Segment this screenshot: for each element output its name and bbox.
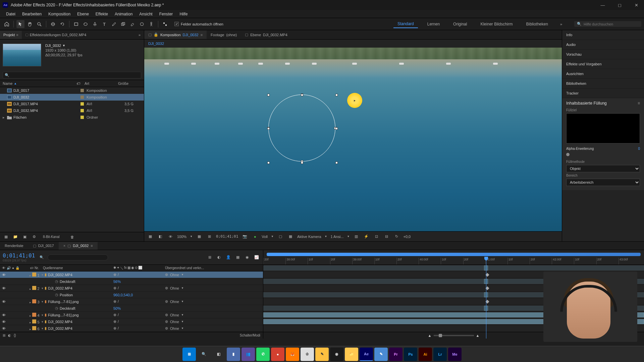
stopwatch-icon[interactable]: ◷ bbox=[55, 306, 58, 310]
taskbar-search[interactable]: 🔍 bbox=[197, 348, 211, 361]
footage-tab[interactable]: Footage (ohne) bbox=[207, 31, 241, 39]
zoom-out-icon[interactable]: ▲ bbox=[428, 334, 432, 338]
new-comp-button[interactable]: ▣ bbox=[21, 234, 28, 240]
taskbar-app4[interactable]: ✎ bbox=[315, 348, 329, 361]
panel-vorschau[interactable]: Vorschau bbox=[562, 50, 644, 59]
layer-bar-row[interactable] bbox=[263, 265, 644, 272]
alpha-icon[interactable]: ◧ bbox=[157, 233, 164, 240]
layer-row[interactable]: 👁 ▸ 1 ▾ ▮ DJI_0032.MP4 ⊕ / ⊚ Ohne ▼ bbox=[0, 272, 263, 278]
caf-range-select[interactable]: Arbeitsbereich bbox=[566, 179, 640, 186]
lock-icon[interactable]: 🔒 bbox=[154, 33, 158, 37]
workspace-standard[interactable]: Standard bbox=[393, 20, 418, 28]
new-folder-button[interactable]: 📁 bbox=[12, 234, 19, 240]
parent-select[interactable]: Ohne bbox=[170, 300, 179, 304]
expand-toggle[interactable]: ▸ bbox=[30, 327, 31, 331]
switches-modes-toggle[interactable]: Schalter/Modi bbox=[240, 334, 260, 337]
workspace-bibliotheken[interactable]: Bibliotheken bbox=[522, 20, 552, 28]
minimize-button[interactable]: — bbox=[598, 3, 608, 8]
menu-hilfe[interactable]: Hilfe bbox=[176, 11, 191, 17]
project-thumbnail[interactable] bbox=[3, 44, 41, 66]
taskbar-notes[interactable]: ✎ bbox=[374, 348, 388, 361]
taskbar-taskview[interactable]: ◧ bbox=[212, 348, 225, 361]
shy-button[interactable]: 👤 bbox=[225, 254, 232, 261]
expand-toggle[interactable]: ▸ bbox=[30, 274, 31, 277]
resolution-select[interactable]: Voll bbox=[262, 235, 268, 239]
draft3d-button[interactable]: ◐ bbox=[215, 254, 223, 261]
parent-select[interactable]: Ohne bbox=[170, 320, 179, 324]
taskbar-ae[interactable]: Ae bbox=[360, 348, 373, 361]
panel-effekte[interactable]: Effekte und Vorgaben bbox=[562, 59, 644, 69]
mask-shape[interactable] bbox=[268, 95, 335, 162]
panel-overflow[interactable]: » bbox=[135, 31, 144, 39]
tl-tab-dji0032[interactable]: × ▢ DJI_0032 ≡ bbox=[59, 242, 98, 250]
pixel-aspect-icon[interactable]: ▥ bbox=[353, 233, 360, 240]
property-row[interactable]: ◷ Deckkraft 50% bbox=[0, 305, 263, 312]
exposure-reset-icon[interactable]: ↻ bbox=[393, 233, 400, 240]
tl-tab-dji0017[interactable]: ▢ DJI_0017 bbox=[28, 242, 59, 250]
ellipse-tool[interactable] bbox=[82, 20, 90, 28]
trash-button[interactable]: 🗑 bbox=[69, 234, 75, 240]
pen-tool[interactable] bbox=[91, 20, 99, 28]
panel-ausrichten[interactable]: Ausrichten bbox=[562, 69, 644, 79]
graph-editor-button[interactable]: 📈 bbox=[253, 254, 260, 261]
menu-fenster[interactable]: Fenster bbox=[156, 11, 176, 17]
panel-tracker[interactable]: Tracker bbox=[562, 88, 644, 98]
pickwhip-icon[interactable]: ⊚ bbox=[165, 273, 168, 277]
project-item[interactable]: DJI_0032Komposition bbox=[0, 94, 144, 101]
panel-audio[interactable]: Audio bbox=[562, 40, 644, 50]
pickwhip-icon[interactable]: ⊚ bbox=[165, 299, 168, 304]
timeline-search[interactable] bbox=[48, 254, 108, 260]
frame-blend-button[interactable]: ▦ bbox=[234, 254, 241, 261]
project-item[interactable]: DJI_0032.MP4AVI3,5 G bbox=[0, 107, 144, 114]
menu-bearbeiten[interactable]: Bearbeiten bbox=[19, 11, 45, 17]
taskbar-lr[interactable]: Lr bbox=[433, 348, 447, 361]
interpret-footage-button[interactable]: ▦ bbox=[3, 234, 9, 240]
close-button[interactable]: ✕ bbox=[631, 3, 641, 8]
layer-tab[interactable]: ▢ Ebene DJI_0032.MP4 bbox=[241, 31, 291, 39]
taskbar-ps[interactable]: Ps bbox=[404, 348, 417, 361]
tl-footer-btn[interactable]: ◐ bbox=[8, 334, 11, 337]
zoom-in-icon[interactable]: ▲ bbox=[476, 334, 480, 338]
menu-effekte[interactable]: Effekte bbox=[92, 11, 111, 17]
rotate-tool[interactable] bbox=[58, 20, 66, 28]
property-row[interactable]: ◷ Position 960,0,540,0 bbox=[0, 292, 263, 298]
viewport[interactable] bbox=[144, 48, 562, 231]
help-search-input[interactable] bbox=[584, 22, 639, 26]
zoom-handle[interactable] bbox=[439, 334, 442, 337]
clone-tool[interactable] bbox=[119, 20, 127, 28]
col-type[interactable]: Art bbox=[85, 81, 118, 85]
project-tab[interactable]: Projekt ≡ bbox=[0, 31, 22, 39]
visibility-toggle[interactable]: 👁 bbox=[2, 273, 6, 277]
zoom-value[interactable]: 100% bbox=[177, 235, 186, 239]
comp-mini-flowchart[interactable]: ⊞ bbox=[206, 254, 213, 261]
home-icon[interactable] bbox=[3, 20, 11, 28]
prop-value[interactable]: 960,0,540,0 bbox=[113, 293, 133, 297]
menu-ansicht[interactable]: Ansicht bbox=[136, 11, 156, 17]
stopwatch-icon[interactable]: ◷ bbox=[55, 279, 58, 284]
visibility-toggle[interactable]: 👁 bbox=[2, 286, 6, 290]
motion-blur-button[interactable]: ◉ bbox=[244, 254, 251, 261]
parent-col[interactable]: Übergeordnet und verkn... bbox=[162, 266, 263, 270]
workspace-original[interactable]: Original bbox=[449, 20, 471, 28]
snapshot-icon[interactable]: 📷 bbox=[241, 233, 248, 240]
pickwhip-icon[interactable]: ⊚ bbox=[165, 313, 168, 317]
magnify-icon[interactable]: ▦ bbox=[147, 233, 154, 240]
taskbar-whatsapp[interactable]: ✆ bbox=[256, 348, 270, 361]
comp-timecode[interactable]: 0;01;41;01 bbox=[216, 234, 238, 239]
layer-row[interactable]: 👁 ▸ 3 ▾ ▮ Füllung...7-81].png ⊕ / ⊚ Ohne… bbox=[0, 298, 263, 305]
hand-tool[interactable] bbox=[26, 20, 34, 28]
expand-toggle[interactable]: ▸ bbox=[30, 287, 31, 291]
help-search[interactable]: 🔍 bbox=[574, 21, 641, 27]
parent-select[interactable]: Ohne bbox=[170, 273, 179, 277]
visibility-toggle[interactable]: 👁 bbox=[2, 313, 6, 317]
menu-animation[interactable]: Animation bbox=[111, 11, 136, 17]
comp-tab[interactable]: ▢ 🔒 Komposition DJI_0032 ≡ bbox=[144, 31, 207, 39]
orbit-tool[interactable] bbox=[49, 20, 57, 28]
col-size[interactable]: Größe bbox=[118, 81, 138, 85]
panel-menu-icon[interactable]: ≡ bbox=[638, 101, 640, 106]
layer-row[interactable]: 👁 ▸ 4 ▾ ▮ Füllung...7-81].png ⊕ / ⊚ Ohne… bbox=[0, 312, 263, 318]
taskbar-pr[interactable]: Pr bbox=[389, 348, 402, 361]
stopwatch-icon[interactable]: ◷ bbox=[55, 293, 58, 297]
flowchart-icon[interactable]: ⊟ bbox=[383, 233, 390, 240]
taskbar-app2[interactable]: ● bbox=[271, 348, 284, 361]
